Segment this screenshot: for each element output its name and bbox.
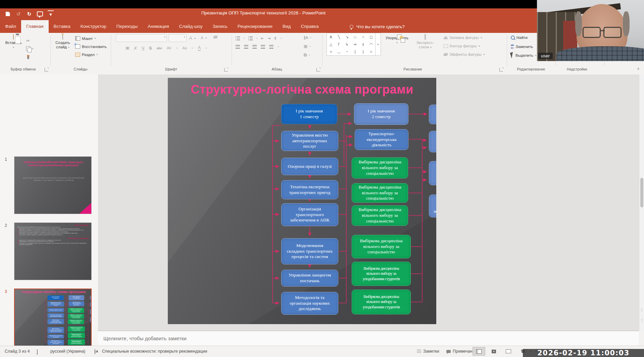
flowchart-box[interactable]: Атестація (захист кваліфікаційної магіст…	[429, 195, 436, 217]
flowchart-box[interactable]: Вибіркова дисципліна вільного вибору за …	[352, 157, 408, 178]
flowchart-box[interactable]: І рік навчання 1 семестр	[281, 104, 337, 124]
flowchart-box[interactable]: Охорона праці в галузі	[281, 158, 338, 175]
reading-view-button[interactable]	[502, 347, 515, 356]
flowchart-box[interactable]: Підготовка кваліфікаційної магістерської…	[90, 309, 91, 314]
language-indicator[interactable]: русский (Украина)	[50, 349, 85, 354]
flowchart-box[interactable]: Вибіркова дисципліна вільного вибору за …	[352, 205, 408, 226]
character-spacing-button[interactable]: AV	[167, 46, 171, 50]
next-slide-button[interactable]: ⌄⌄	[639, 316, 644, 324]
shape-glyph[interactable]: {	[354, 50, 356, 54]
ribbon-tab-7[interactable]: Слайд-шоу	[174, 20, 207, 33]
flowchart-box[interactable]: Вибіркова дисципліна вільного вибору за …	[68, 339, 85, 345]
tell-me-box[interactable]: Что вы хотите сделать?	[350, 20, 405, 33]
flowchart-box[interactable]: Управління ланцюгом постачань	[48, 335, 64, 339]
ribbon-tab-1[interactable]: Файл	[0, 20, 21, 33]
flowchart-box[interactable]: Управління ланцюгом постачань	[281, 270, 338, 287]
justify-icon[interactable]	[261, 45, 265, 49]
shape-fill-button[interactable]: Заливка фигуры˅	[444, 36, 482, 40]
ribbon-tab-6[interactable]: Анимация	[143, 20, 174, 33]
thumbnail-slide-1[interactable]: ОСВІТНЬО-ПРОФЕСІЙНА ПРОГРАМА «Транспортн…	[14, 156, 92, 214]
flowchart-box[interactable]: Управління якістю автотранспортних послу…	[281, 131, 338, 151]
strikethrough-button[interactable]: abc	[157, 46, 162, 50]
select-button[interactable]: Выделить˅	[511, 52, 537, 58]
numbering-icon[interactable]	[248, 37, 253, 40]
flowchart-box[interactable]: Транспортно- експедиторська діяльність	[355, 129, 408, 150]
paste-button[interactable]: Вставить˅	[4, 35, 23, 50]
ribbon-tab-8[interactable]: Запись	[207, 20, 232, 33]
thumbnail-slide-2[interactable]: Мета програми Підготовка висококваліфіко…	[14, 222, 92, 280]
shape-glyph[interactable]: □	[354, 35, 356, 39]
underline-button[interactable]: Ч	[141, 46, 144, 51]
flowchart-box[interactable]: Методологія та організація наукових досл…	[281, 292, 338, 315]
flowchart-box[interactable]: Вибіркова дисципліна вільного вибору за …	[68, 314, 84, 319]
grow-font-button[interactable]: А▲	[189, 36, 196, 41]
shape-glyph[interactable]: Г	[338, 42, 340, 46]
flowchart-box[interactable]: Управління якістю автотранспортних послу…	[48, 302, 64, 306]
thumbnail-slide-3-selected[interactable]: Структурно-логічна схема програми	[14, 289, 92, 346]
flowchart-box[interactable]: Вибіркова дисципліна вільного вибору за …	[68, 308, 84, 313]
flowchart-box[interactable]: І рік навчання 2 семестр	[354, 103, 408, 125]
font-size-combo[interactable]	[168, 34, 187, 42]
flowchart-box[interactable]: Вибіркова дисципліна вільного вибору за …	[68, 319, 84, 324]
shape-glyph[interactable]: ⇓	[361, 42, 364, 47]
flowchart-box[interactable]: Атестація (захист кваліфікаційної магіст…	[90, 317, 91, 322]
format-painter-button[interactable]	[26, 55, 30, 59]
flowchart-box[interactable]: Транспортно- експедиторська діяльність	[69, 301, 84, 306]
shape-glyph[interactable]: ◠	[369, 42, 373, 47]
shape-glyph[interactable]: ↳	[345, 42, 348, 47]
section-button[interactable]: Раздел˅	[75, 52, 98, 57]
replace-button[interactable]: abacЗаменить	[511, 44, 533, 49]
ribbon-tab-11[interactable]: Справка	[296, 20, 324, 33]
flowchart-box[interactable]: І рік навчання 1 семестр	[48, 295, 64, 300]
flowchart-box[interactable]: Виробнича практика	[90, 302, 91, 307]
find-button[interactable]: Найти	[511, 36, 528, 40]
accessibility-status[interactable]: Специальные возможности: проверьте реком…	[102, 349, 207, 354]
shapes-gallery[interactable]: A╲↘□○◻△Г↳⇒⇓◠≈◡~{}☆ ▾	[327, 33, 381, 56]
flowchart-box[interactable]: Моделювання складних транспортних процес…	[48, 327, 64, 333]
flowchart-box[interactable]: Технічна експертиза транспортних пригод	[281, 180, 338, 199]
shape-glyph[interactable]: ╲	[338, 35, 340, 39]
arrange-button[interactable]: Упорядочить˅	[383, 35, 411, 45]
shape-glyph[interactable]: ☆	[369, 50, 373, 54]
shape-glyph[interactable]: ↘	[345, 35, 348, 39]
shape-glyph[interactable]: ~	[346, 50, 348, 54]
align-left-icon[interactable]	[236, 45, 240, 49]
paragraph-dialog-launcher[interactable]	[316, 68, 320, 71]
flowchart-box[interactable]: Вибіркова дисципліна вільного вибору за …	[68, 326, 85, 332]
ribbon-tab-4[interactable]: Конструктор	[76, 20, 111, 33]
flowchart-box[interactable]: Технічна експертиза транспортних пригод	[48, 313, 64, 318]
align-center-icon[interactable]	[244, 45, 248, 49]
notes-toggle-button[interactable]: Заметки	[417, 349, 439, 354]
slide-sorter-view-button[interactable]	[487, 347, 500, 356]
shape-glyph[interactable]: △	[330, 42, 332, 47]
shape-outline-button[interactable]: Контур фигуры˅	[444, 44, 480, 48]
shape-effects-button[interactable]: Эффекты фигуры˅	[444, 52, 485, 56]
vertical-scrollbar[interactable]: ⌃⌃ ⌄⌄	[639, 74, 644, 330]
copy-button[interactable]: ˅	[26, 46, 34, 51]
quick-styles-button[interactable]: Экспресс-стили ˅	[413, 35, 438, 50]
flowchart-box[interactable]: Вибіркова дисципліна вільного вибору за …	[352, 290, 411, 314]
align-text-button[interactable]: ⊞˅	[304, 44, 311, 49]
previous-slide-button[interactable]: ⌃⌃	[639, 307, 644, 315]
shape-glyph[interactable]: ◻	[369, 35, 373, 39]
shape-glyph[interactable]: ≈	[330, 50, 332, 54]
flowchart-box[interactable]: І рік навчання 2 семестр	[68, 295, 84, 300]
font-name-combo[interactable]	[116, 34, 167, 42]
flowchart-box[interactable]: Організація транспортного забезпечення в…	[281, 203, 338, 226]
shadow-button[interactable]: S	[149, 46, 152, 51]
notes-pane[interactable]: Щелкните, чтобы добавить заметки	[98, 331, 639, 346]
flowchart-box[interactable]: Охорона праці в галузі	[48, 308, 64, 312]
flowchart-box[interactable]: ІІ рік навчання	[90, 296, 91, 300]
flowchart-box[interactable]: Виробнича практика	[429, 131, 436, 152]
flowchart-box[interactable]: Вибіркова дисципліна вільного вибору за …	[68, 333, 85, 338]
bold-button[interactable]: Ж	[126, 46, 130, 51]
flowchart-box[interactable]: Вибіркова дисципліна вільного вибору за …	[352, 235, 411, 258]
line-spacing-icon[interactable]: ⇕	[274, 36, 277, 41]
flowchart-box[interactable]: Вибіркова дисципліна вільного вибору за …	[352, 262, 411, 286]
flowchart-box[interactable]: ІІ рік навчання	[429, 105, 436, 124]
italic-button[interactable]: К	[134, 46, 137, 51]
drawing-dialog-launcher[interactable]	[499, 68, 503, 71]
shape-glyph[interactable]: }	[362, 50, 364, 54]
new-slide-button[interactable]: Создатьслайд ˅	[53, 35, 72, 50]
shape-glyph[interactable]: A	[330, 35, 332, 39]
